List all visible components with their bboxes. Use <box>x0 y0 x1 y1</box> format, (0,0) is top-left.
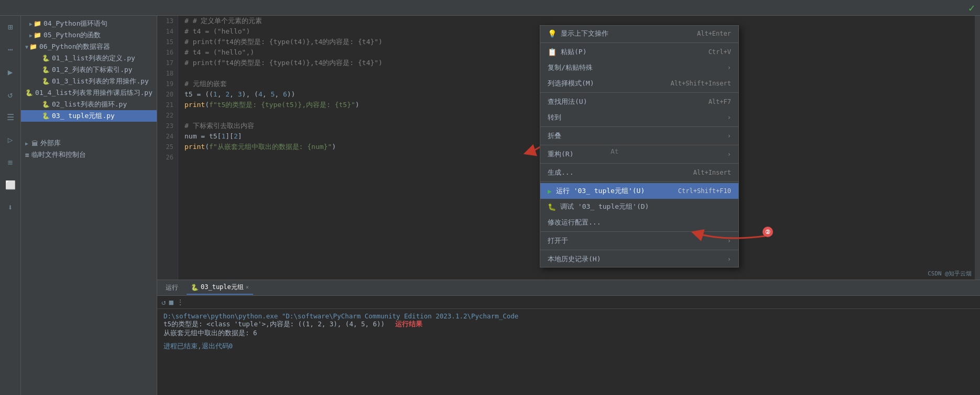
cm-shortcut-col-select: Alt+Shift+Insert <box>670 80 731 87</box>
cm-arrow-refactor: › <box>727 151 731 158</box>
annotation-circle-2: ② <box>763 227 773 237</box>
icon-bar: ⊞ ⋯ ▶ ↺ ☰ ▷ ≡ ⬜ ⬇ <box>0 16 21 395</box>
py-icon-02: 🐍 <box>42 101 50 108</box>
cm-item-refactor[interactable]: 重构(R) › <box>540 146 738 162</box>
folder-icon: 📁 <box>34 20 41 27</box>
line-numbers: 1314151617 1819202122 23242526 <box>157 16 178 280</box>
tree-label-06: 06_Python的数据容器 <box>39 42 110 51</box>
paste-icon: 📋 <box>548 48 557 56</box>
cm-item-generate[interactable]: 生成... Alt+Insert <box>540 165 738 180</box>
context-menu: 💡 显示上下文操作 Alt+Enter 📋 粘贴(P) Ctrl+V 复制/粘贴… <box>540 25 739 268</box>
tree-item-01_3[interactable]: 🐍 01_3_list列表的常用操作.py <box>21 76 157 87</box>
cm-item-fold[interactable]: 折叠 › <box>540 128 738 144</box>
scrollbar[interactable] <box>975 16 980 280</box>
more-tb-icon[interactable]: ⋮ <box>177 298 184 306</box>
cm-item-col-select[interactable]: 列选择模式(M) Alt+Shift+Insert <box>540 76 738 91</box>
tree-item-03[interactable]: 🐍 03_ tuple元组.py <box>21 110 157 122</box>
tree-label-01_1: 01_1_list列表的定义.py <box>52 54 135 63</box>
stop-icon[interactable]: ■ <box>169 298 173 306</box>
bulb-icon: 💡 <box>548 29 557 38</box>
cm-item-open-in[interactable]: 打开于 › <box>540 233 738 249</box>
bottom-area: 运行 🐍 03_tuple元组 × ↺ ■ ⋮ D:\software\pyth… <box>157 280 980 395</box>
tree-item-01_2[interactable]: 🐍 01_2_列表的下标索引.py <box>21 64 157 76</box>
cm-shortcut-find-usage: Alt+F7 <box>709 98 731 105</box>
tree-item-06[interactable]: ▼ 📁 06_Python的数据容器 <box>21 41 157 52</box>
cm-item-modify-run[interactable]: 修改运行配置... <box>540 215 738 230</box>
debug-icon: 🐛 <box>548 203 556 211</box>
tree-item-05[interactable]: ▶ 📁 05_Python的函数 <box>21 29 157 41</box>
terminal-content: D:\software\python\python.exe "D:\softwa… <box>157 309 980 395</box>
py-icon-01_4: 🐍 <box>25 89 33 97</box>
tree-item-04[interactable]: ▶ 📁 04_Python循环语句 <box>21 18 157 29</box>
at-label: At <box>611 147 619 155</box>
cm-item-find-usage[interactable]: 查找用法(U) Alt+F7 <box>540 94 738 110</box>
tab-run[interactable]: 运行 <box>161 281 182 294</box>
tree-extra-lib-label: 外部库 <box>40 138 61 148</box>
run-icon[interactable]: ▶ <box>6 65 15 79</box>
terminal-line2: 从嵌套元组中取出的数据是: 6 <box>164 329 974 338</box>
lib-icon: 🏛 <box>31 140 38 147</box>
cm-label-paste: 粘贴(P) <box>561 47 586 57</box>
cm-label-col-select: 列选择模式(M) <box>548 79 594 88</box>
cm-label-refactor: 重构(R) <box>548 150 573 159</box>
tree-item-01_1[interactable]: 🐍 01_1_list列表的定义.py <box>21 52 157 64</box>
cm-label-goto: 转到 <box>548 113 561 122</box>
cm-label-local-history: 本地历史记录(H) <box>548 254 601 264</box>
arrow-icon-05: ▶ <box>29 33 32 38</box>
tree-extra-lib[interactable]: ▶ 🏛 外部库 <box>21 137 157 149</box>
tree-label-01_3: 01_3_list列表的常用操作.py <box>52 77 149 86</box>
cm-shortcut-context-actions: Alt+Enter <box>697 30 731 37</box>
tree-extra-temp[interactable]: ≡ 临时文件和控制台 <box>21 149 157 161</box>
play-icon[interactable]: ▷ <box>6 133 15 147</box>
refresh-icon[interactable]: ↺ <box>6 88 15 102</box>
cm-label-find-usage: 查找用法(U) <box>548 97 587 106</box>
cm-label-generate: 生成... <box>548 168 573 177</box>
file-tree: ▶ 📁 04_Python循环语句 ▶ 📁 05_Python的函数 ▼ 📁 0… <box>21 16 157 395</box>
terminal-icon[interactable]: ⬜ <box>3 178 18 192</box>
more-icon[interactable]: ⋯ <box>6 42 15 57</box>
layers-icon[interactable]: ☰ <box>5 110 16 124</box>
tree-label-02: 02_list列表的循环.py <box>52 100 127 109</box>
folder-icon-06: 📁 <box>29 43 37 50</box>
cm-item-run[interactable]: ▶ 运行 '03_ tuple元组'(U) Ctrl+Shift+F10 <box>540 183 738 199</box>
tree-item-01_4[interactable]: 🐍 01_4_list列表常用操作课后练习.py <box>21 87 157 99</box>
cm-label-copy-paste-special: 复制/粘贴特殊 <box>548 63 593 72</box>
tree-label-04: 04_Python循环语句 <box>43 19 107 28</box>
bottom-tabs: 运行 🐍 03_tuple元组 × <box>157 280 980 296</box>
code-line-13: # # 定义单个元素的元素 <box>184 16 968 26</box>
tree-item-02[interactable]: 🐍 02_list列表的循环.py <box>21 99 157 110</box>
restart-icon[interactable]: ↺ <box>161 298 166 306</box>
terminal-toolbar: ↺ ■ ⋮ <box>157 296 980 309</box>
arrow-icon: ▶ <box>29 21 32 27</box>
cm-item-debug[interactable]: 🐛 调试 '03_ tuple元组'(D) <box>540 199 738 215</box>
main-layout: ⊞ ⋯ ▶ ↺ ☰ ▷ ≡ ⬜ ⬇ ▶ 📁 04_Python循环语句 ▶ 📁 … <box>0 16 980 395</box>
down-icon[interactable]: ⬇ <box>6 200 15 215</box>
arrow-icon-06: ▼ <box>25 44 28 50</box>
cm-label-debug: 调试 '03_ tuple元组'(D) <box>560 202 649 211</box>
py-icon-01_3: 🐍 <box>42 78 50 85</box>
cm-label-modify-run: 修改运行配置... <box>548 218 601 227</box>
terminal-exit: 进程已结束,退出代码0 <box>164 342 974 351</box>
tree-label-05: 05_Python的函数 <box>43 30 101 40</box>
tab-03-tuple[interactable]: 🐍 03_tuple元组 × <box>187 281 253 295</box>
tab-close-button[interactable]: × <box>246 284 249 290</box>
cm-item-goto[interactable]: 转到 › <box>540 110 738 125</box>
cm-item-copy-paste-special[interactable]: 复制/粘贴特殊 › <box>540 60 738 76</box>
grid-icon[interactable]: ⊞ <box>6 20 15 34</box>
folder-icon-05: 📁 <box>34 31 41 39</box>
cm-label-fold: 折叠 <box>548 131 561 141</box>
tree-label-01_2: 01_2_列表的下标索引.py <box>52 65 133 74</box>
tab-py-icon: 🐍 <box>191 284 199 291</box>
cm-arrow-open-in: › <box>727 237 731 244</box>
cm-item-context-actions[interactable]: 💡 显示上下文操作 Alt+Enter <box>540 26 738 41</box>
list-icon[interactable]: ≡ <box>6 155 15 169</box>
cm-label-run: 运行 '03_ tuple元组'(U) <box>556 186 645 196</box>
terminal-line1-row: t5的类型是: <class 'tuple'>,内容是: ((1, 2, 3),… <box>164 320 974 329</box>
cm-item-paste[interactable]: 📋 粘贴(P) Ctrl+V <box>540 44 738 60</box>
cm-item-local-history[interactable]: 本地历史记录(H) › <box>540 251 738 267</box>
tree-label-01_4: 01_4_list列表常用操作课后练习.py <box>35 88 153 98</box>
arrow-lib: ▶ <box>25 141 28 146</box>
py-icon-03: 🐍 <box>42 112 50 120</box>
check-icon: ✓ <box>968 2 975 14</box>
tree-label-03: 03_ tuple元组.py <box>52 111 115 121</box>
